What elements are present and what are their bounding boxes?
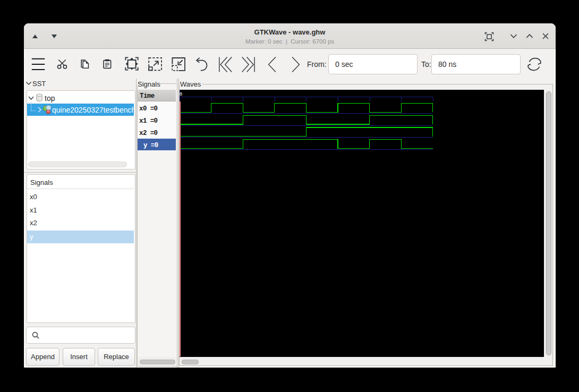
svg-text:0: 0 bbox=[180, 91, 183, 97]
